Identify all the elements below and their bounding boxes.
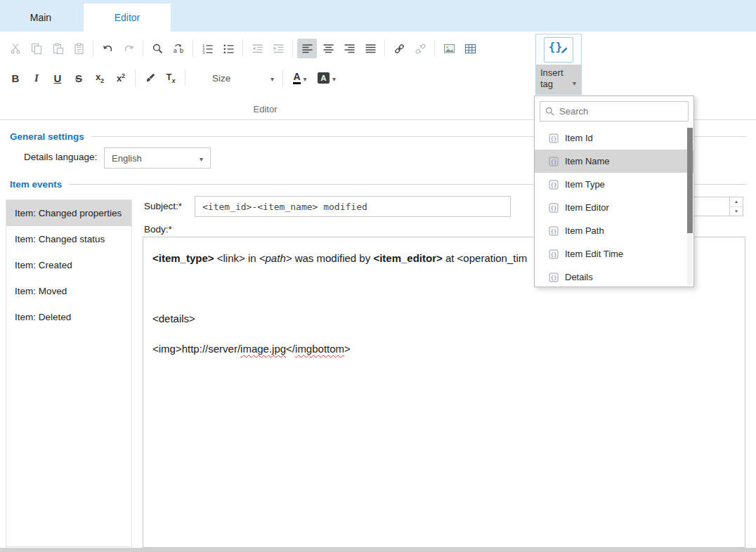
decrease-indent-button[interactable] bbox=[247, 39, 267, 58]
subject-input[interactable] bbox=[195, 196, 511, 217]
align-right-icon bbox=[344, 43, 356, 55]
paste-button[interactable] bbox=[48, 39, 67, 58]
chevron-down-icon bbox=[271, 73, 274, 84]
tag-option-item-edit-time[interactable]: {} Item Edit Time bbox=[535, 242, 693, 265]
body-text-segment: <img>http://server/ bbox=[152, 343, 240, 355]
pencil-icon bbox=[561, 46, 568, 54]
tag-icon: {} bbox=[549, 226, 559, 236]
decrease-indent-icon bbox=[252, 43, 263, 55]
insert-table-button[interactable] bbox=[460, 39, 480, 58]
redo-button[interactable] bbox=[119, 39, 138, 58]
insert-link-button[interactable] bbox=[389, 39, 409, 58]
insert-tag-button[interactable]: {} Insert tag bbox=[535, 34, 582, 95]
align-left-button[interactable] bbox=[297, 39, 317, 58]
underline-icon: U bbox=[54, 72, 62, 84]
italic-button[interactable]: I bbox=[27, 68, 46, 88]
tag-search bbox=[540, 101, 689, 121]
copy-button[interactable] bbox=[27, 39, 46, 58]
body-paragraph: <img>http://server/image.jpg</imgbottom> bbox=[152, 342, 736, 355]
editor-toolbar: ab 123 bbox=[0, 32, 530, 120]
dropdown-scrollbar[interactable] bbox=[687, 127, 693, 285]
event-item-changed-status[interactable]: Item: Changed status bbox=[6, 226, 131, 252]
numbered-list-icon: 123 bbox=[202, 43, 214, 55]
tag-option-details[interactable]: {} Details bbox=[535, 265, 693, 289]
undo-button[interactable] bbox=[98, 39, 117, 58]
strikethrough-button[interactable]: S bbox=[69, 68, 89, 88]
tag-icon: {} bbox=[549, 180, 559, 190]
svg-text:{}: {} bbox=[551, 159, 557, 165]
align-center-button[interactable] bbox=[318, 39, 338, 58]
paste-icon bbox=[52, 43, 64, 55]
insert-tag-label: Insert tag bbox=[536, 65, 581, 94]
horizontal-scrollbar[interactable] bbox=[0, 548, 756, 552]
copy-icon bbox=[31, 43, 43, 55]
align-left-icon bbox=[301, 43, 313, 55]
svg-text:{}: {} bbox=[551, 228, 557, 235]
body-text-segment: > bbox=[344, 343, 351, 355]
undo-icon bbox=[102, 43, 114, 55]
toolbar-separator bbox=[282, 70, 283, 86]
body-text-segment: image.jpg bbox=[240, 343, 286, 355]
search-icon bbox=[545, 107, 554, 116]
subscript-button[interactable]: x2 bbox=[90, 68, 110, 88]
toolbar-row-1: ab 123 bbox=[6, 39, 480, 58]
justify-button[interactable] bbox=[360, 39, 380, 58]
insert-image-button[interactable] bbox=[439, 39, 459, 58]
toolbar-separator bbox=[434, 40, 435, 57]
copy-formatting-button[interactable] bbox=[140, 68, 159, 88]
tab-bar: Main Editor bbox=[0, 0, 756, 32]
cut-icon bbox=[10, 43, 22, 55]
tab-editor[interactable]: Editor bbox=[84, 4, 171, 32]
cut-button[interactable] bbox=[6, 39, 25, 58]
toolbar-row-2: B I U S x2 x2 bbox=[6, 68, 339, 88]
bold-button[interactable]: B bbox=[6, 68, 25, 88]
body-text-segment: <details> bbox=[152, 313, 195, 324]
svg-text:{}: {} bbox=[551, 182, 557, 188]
event-item-deleted[interactable]: Item: Deleted bbox=[6, 304, 131, 330]
underline-button[interactable]: U bbox=[48, 68, 67, 88]
tag-option-item-path[interactable]: {} Item Path bbox=[535, 219, 693, 242]
background-color-button[interactable]: A bbox=[314, 68, 339, 88]
event-item-moved[interactable]: Item: Moved bbox=[6, 278, 131, 304]
tag-option-item-id[interactable]: {} Item Id bbox=[535, 126, 693, 150]
numbered-list-button[interactable]: 123 bbox=[197, 39, 217, 58]
superscript-button[interactable]: x2 bbox=[111, 68, 131, 88]
body-label: Body:* bbox=[144, 224, 172, 235]
stepper-down-button[interactable] bbox=[730, 206, 743, 216]
event-item-created[interactable]: Item: Created bbox=[6, 252, 131, 278]
remove-link-button[interactable] bbox=[410, 39, 430, 58]
paste-from-word-icon bbox=[73, 43, 85, 55]
increase-indent-button[interactable] bbox=[268, 39, 288, 58]
text-color-icon: A bbox=[293, 72, 300, 84]
insert-tag-dropdown: {} Item Id {} Item Name {} Item Type {} … bbox=[534, 96, 694, 287]
toolbar-separator bbox=[193, 40, 193, 57]
tag-icon: {} bbox=[549, 133, 559, 143]
paste-from-word-button[interactable] bbox=[69, 39, 89, 58]
align-right-button[interactable] bbox=[339, 39, 359, 58]
tag-option-item-name[interactable]: {} Item Name bbox=[535, 150, 693, 173]
remove-format-button[interactable]: Tx bbox=[161, 68, 181, 88]
font-size-select[interactable]: Size bbox=[208, 69, 278, 87]
number-stepper[interactable] bbox=[692, 197, 743, 216]
body-text-segment: was modified by bbox=[292, 252, 373, 264]
event-item-changed-properties[interactable]: Item: Changed properties bbox=[6, 200, 131, 226]
svg-text:{}: {} bbox=[551, 275, 557, 281]
stepper-up-button[interactable] bbox=[730, 197, 743, 206]
body-paragraph: <details> bbox=[152, 312, 736, 325]
toolbar-separator bbox=[292, 40, 293, 57]
scrollbar-thumb[interactable] bbox=[687, 128, 693, 233]
replace-button[interactable]: ab bbox=[169, 39, 188, 58]
details-language-select[interactable]: English bbox=[104, 147, 211, 169]
bullet-list-button[interactable] bbox=[219, 39, 238, 58]
chevron-down-icon bbox=[573, 77, 576, 89]
tag-option-item-type[interactable]: {} Item Type bbox=[535, 173, 693, 196]
superscript-icon: x2 bbox=[117, 72, 125, 84]
tag-option-item-editor[interactable]: {} Item Editor bbox=[535, 196, 693, 219]
tag-search-input[interactable] bbox=[540, 101, 689, 121]
text-color-button[interactable]: A bbox=[287, 68, 313, 88]
toolbar-separator bbox=[143, 40, 143, 57]
svg-text:{}: {} bbox=[551, 251, 557, 258]
remove-format-icon: Tx bbox=[167, 72, 176, 84]
tab-main[interactable]: Main bbox=[13, 4, 69, 32]
find-button[interactable] bbox=[148, 39, 167, 58]
